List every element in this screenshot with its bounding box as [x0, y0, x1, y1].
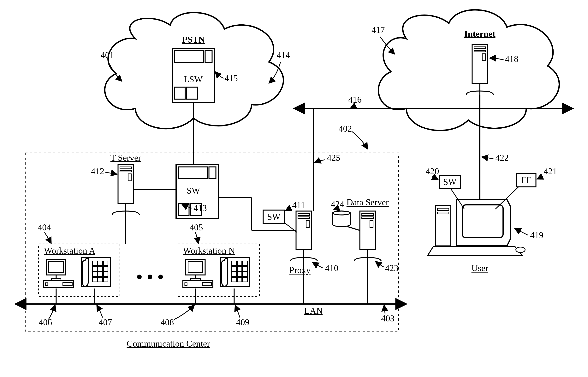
ref-421: 421	[544, 166, 557, 176]
workstation-n-group: Workstation N	[178, 244, 259, 296]
arrow-422	[482, 157, 493, 159]
arrow-407	[97, 305, 102, 318]
workstation-n-pc-icon	[183, 259, 213, 287]
t-server-label: T Server	[111, 153, 141, 163]
ref-416: 416	[348, 95, 362, 105]
arrow-411	[285, 208, 291, 211]
arrow-410	[313, 262, 323, 268]
pstn-title: PSTN	[182, 35, 205, 45]
svg-point-42	[137, 275, 142, 279]
arrow-404	[45, 232, 51, 244]
user-ff-label: FF	[521, 175, 531, 185]
ref-412: 412	[91, 166, 104, 176]
ref-419: 419	[530, 230, 543, 240]
ellipsis-icon	[137, 275, 163, 279]
ref-410: 410	[325, 263, 339, 273]
user-label: User	[472, 263, 488, 273]
ref-414: 414	[277, 50, 290, 60]
diagram-canvas: PSTN LSW Internet Communication Center T…	[0, 0, 588, 377]
pstn-cloud: PSTN LSW	[105, 12, 283, 129]
arrow-412	[105, 172, 117, 174]
ref-403: 403	[381, 314, 395, 323]
proxy-server-icon	[290, 211, 317, 261]
workstation-a-pc-icon	[44, 259, 74, 287]
ref-402: 402	[339, 124, 352, 134]
svg-line-39	[347, 226, 360, 230]
arrow-421	[537, 176, 543, 179]
ref-425: 425	[327, 153, 340, 163]
arrow-419	[515, 228, 528, 235]
arrow-408	[174, 305, 194, 319]
ref-420: 420	[426, 166, 439, 176]
arrow-405	[195, 232, 198, 244]
proxy-sw-label: SW	[267, 212, 281, 222]
ref-413: 413	[193, 203, 207, 213]
proxy-group: Proxy SW	[263, 210, 317, 275]
user-computer-icon	[428, 200, 525, 256]
ref-407: 407	[99, 317, 112, 327]
ref-418: 418	[505, 54, 518, 64]
proxy-label: Proxy	[289, 265, 311, 275]
workstation-a-group: Workstation A	[39, 244, 120, 296]
arrow-403	[384, 305, 385, 314]
lan-label: LAN	[304, 306, 323, 316]
ref-423: 423	[385, 263, 398, 273]
ref-406: 406	[39, 317, 52, 327]
workstation-a-phone-icon	[81, 258, 110, 287]
lan-bus: LAN	[15, 304, 406, 316]
ref-422: 422	[495, 153, 509, 163]
arrow-402	[352, 132, 368, 149]
ref-405: 405	[190, 223, 203, 232]
comm-center-title: Communication Center	[127, 339, 210, 349]
lsw-label: LSW	[184, 74, 203, 84]
ref-404: 404	[38, 223, 51, 232]
arrow-423	[375, 261, 384, 267]
internet-title: Internet	[464, 29, 496, 39]
svg-point-44	[158, 275, 163, 279]
ref-408: 408	[161, 317, 174, 327]
svg-point-43	[148, 275, 152, 279]
data-server-label: Data Server	[347, 197, 389, 207]
arrow-420	[432, 176, 438, 180]
sw-switch-label: SW	[187, 186, 200, 196]
database-icon	[333, 211, 350, 226]
ref-415: 415	[225, 73, 238, 83]
arrow-425	[314, 160, 325, 163]
workstation-a-label: Workstation A	[44, 246, 95, 256]
ref-409: 409	[236, 317, 249, 327]
workstation-n-phone-icon	[221, 258, 249, 287]
arrow-409	[235, 305, 240, 318]
ref-424: 424	[331, 199, 344, 209]
data-server-icon	[354, 211, 381, 261]
t-server-group: T Server	[111, 153, 141, 215]
ref-401: 401	[101, 50, 114, 60]
user-group: User SW FF	[428, 173, 536, 273]
workstation-n-label: Workstation N	[183, 246, 235, 256]
user-sw-label: SW	[443, 177, 457, 187]
ref-417: 417	[372, 25, 385, 35]
ref-411: 411	[292, 200, 305, 210]
internet-cloud: Internet	[378, 10, 559, 130]
